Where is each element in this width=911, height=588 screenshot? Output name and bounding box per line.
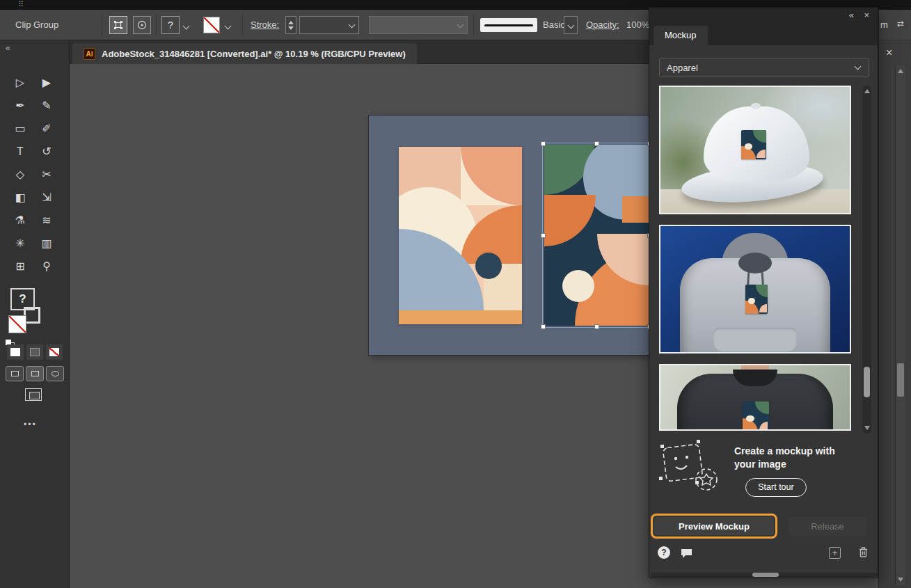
draw-behind-button[interactable]: [26, 366, 44, 381]
help-icon[interactable]: ?: [658, 546, 670, 559]
cap-button: [751, 103, 761, 109]
center-reference-button[interactable]: [133, 16, 151, 34]
stroke-label[interactable]: Stroke:: [251, 19, 279, 30]
dock-swap-icon[interactable]: ⇄: [897, 19, 904, 29]
brush-definition-combo[interactable]: [369, 16, 468, 34]
gradient-tool[interactable]: ◧: [10, 189, 31, 207]
paintbrush-tool[interactable]: ✐: [36, 120, 57, 138]
bounding-box-toggle-button[interactable]: [109, 16, 127, 34]
preview-mockup-button[interactable]: Preview Mockup: [654, 517, 774, 535]
right-dock: m ⇄ ×: [878, 10, 911, 588]
rotate-tool[interactable]: ↺: [36, 143, 57, 161]
panel-scrollbar[interactable]: [862, 86, 871, 434]
add-mockup-icon[interactable]: +: [829, 547, 841, 559]
chevron-down-icon: [567, 22, 574, 29]
curvature-tool[interactable]: ✎: [36, 97, 57, 115]
chevron-down-icon[interactable]: [225, 23, 232, 30]
artboard: [369, 116, 651, 355]
screen-mode-icon: [29, 392, 40, 399]
width-profile-preview[interactable]: [480, 18, 537, 32]
artboard-tool[interactable]: ⊞: [10, 257, 31, 276]
category-select[interactable]: Apparel: [659, 58, 869, 77]
direct-selection-tool[interactable]: ▶: [36, 74, 57, 92]
selection-handle[interactable]: [541, 233, 546, 238]
graph-tool[interactable]: ▥: [36, 235, 57, 253]
selection-bounding-box[interactable]: [542, 143, 651, 328]
selection-handle[interactable]: [594, 141, 599, 146]
stroke-width-stepper[interactable]: [285, 16, 296, 34]
right-dock-header: m ⇄: [879, 10, 911, 40]
mockup-promo-icon: [658, 436, 727, 500]
zoom-tool[interactable]: ⚲: [36, 257, 57, 276]
question-icon: ?: [168, 19, 173, 31]
promo-title: Create a mockup with your image: [734, 445, 853, 471]
selection-handle[interactable]: [541, 141, 546, 146]
mockup-panel: « × Mockup Apparel: [649, 7, 878, 578]
rectangle-tool[interactable]: ▭: [10, 120, 31, 138]
scissors-tool[interactable]: ✂: [36, 166, 57, 184]
thumbnail-hoodie-mockup[interactable]: [659, 225, 851, 353]
app-menu-icon[interactable]: ⠿: [18, 0, 25, 9]
release-button[interactable]: Release: [789, 517, 866, 536]
type-tool[interactable]: T: [10, 143, 31, 161]
document-tab[interactable]: Ai AdobeStock_314846281 [Converted].ai* …: [72, 43, 417, 64]
draw-normal-button[interactable]: [6, 366, 24, 381]
poster-artwork-light[interactable]: [399, 147, 522, 324]
collapse-toolbar-icon[interactable]: «: [6, 43, 10, 53]
thumbnail-tshirt-mockup[interactable]: [659, 364, 851, 431]
comment-icon[interactable]: [680, 548, 693, 559]
scrollbar-thumb[interactable]: [897, 363, 904, 397]
symbol-sprayer-tool[interactable]: ✳: [10, 235, 31, 253]
edit-toolbar-icon[interactable]: •••: [24, 420, 37, 429]
selection-handle[interactable]: [594, 324, 599, 329]
draw-inside-button[interactable]: [46, 366, 64, 381]
gradient-button[interactable]: [26, 344, 43, 360]
opacity-value[interactable]: 100%: [626, 19, 649, 30]
logo-shape: [756, 285, 768, 297]
blend-tool[interactable]: ≋: [36, 212, 57, 230]
scale-tool[interactable]: ⇲: [36, 189, 57, 207]
tab-mockup[interactable]: Mockup: [653, 26, 708, 45]
scroll-up-icon[interactable]: [898, 69, 903, 73]
panel-close-icon[interactable]: ×: [864, 10, 869, 21]
color-button[interactable]: [7, 344, 24, 360]
eraser-tool[interactable]: ◇: [10, 166, 31, 184]
trash-icon[interactable]: [858, 546, 869, 558]
chevron-down-icon[interactable]: [183, 23, 190, 30]
chevron-down-icon: [855, 63, 862, 70]
document-vertical-scrollbar[interactable]: [895, 65, 905, 585]
screen-mode-button[interactable]: [25, 388, 42, 401]
selection-tool[interactable]: ▷: [10, 74, 31, 92]
stroke-width-combo[interactable]: [299, 16, 359, 34]
logo-shape: [746, 415, 754, 422]
step-up-icon[interactable]: [288, 21, 294, 24]
scrollbar-thumb[interactable]: [864, 367, 870, 397]
scrollbar-thumb[interactable]: [752, 573, 779, 577]
stroke-line-preview: [484, 24, 533, 26]
logo-shape: [759, 304, 767, 313]
scroll-up-icon[interactable]: [864, 89, 870, 93]
opacity-label[interactable]: Opacity:: [586, 19, 619, 30]
style-preset-button[interactable]: ?: [161, 16, 180, 34]
separator: [102, 14, 102, 36]
document-close-button[interactable]: ×: [886, 47, 892, 58]
target-icon: [136, 19, 148, 31]
panel-horizontal-scrollbar[interactable]: [651, 573, 878, 577]
thumbnail-cap-mockup[interactable]: [659, 86, 851, 214]
mockup-design-logo: [741, 130, 766, 159]
eyedropper-tool[interactable]: ⚗: [10, 212, 31, 230]
selection-handle[interactable]: [541, 324, 546, 329]
mockup-design-logo: [743, 402, 769, 431]
step-down-icon[interactable]: [288, 26, 294, 30]
start-tour-button[interactable]: Start tour: [745, 478, 807, 497]
scroll-down-icon[interactable]: [898, 578, 903, 582]
panel-collapse-icon[interactable]: «: [849, 10, 854, 21]
fill-color-indicator[interactable]: [8, 315, 26, 333]
scroll-down-icon[interactable]: [864, 426, 870, 430]
hoodie-pocket: [713, 328, 797, 351]
width-profile-dropdown[interactable]: [564, 16, 578, 34]
none-button[interactable]: [46, 344, 63, 360]
pen-tool[interactable]: ✒: [10, 97, 31, 115]
chevron-down-icon[interactable]: [349, 22, 356, 29]
fill-none-swatch[interactable]: [203, 17, 220, 33]
